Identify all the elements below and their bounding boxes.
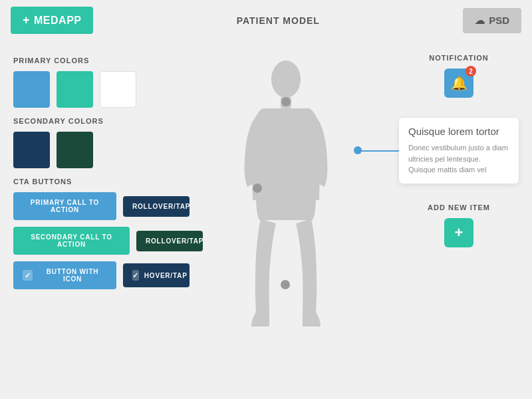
body-dot-neck[interactable] [281,97,291,106]
logo-button[interactable]: + MEDAPP [11,7,93,34]
logo-plus: + [23,13,30,27]
add-item-button[interactable]: + [444,218,473,247]
notification-section: NOTIFICATION 🔔 2 [399,54,519,98]
psd-label: PSD [489,15,509,26]
add-item-section: ADD NEW ITEM + [399,203,519,247]
swatch-white [100,71,136,108]
check-icon-2: ✓ [132,270,139,281]
secondary-colors-label: SECONDARY COLORS [13,117,173,125]
logo-text: MEDAPP [34,15,81,27]
svg-point-0 [271,61,301,98]
right-panel: NOTIFICATION 🔔 2 Quisque lorem tortor Do… [386,41,532,399]
notification-badge: 2 [466,66,476,76]
tooltip-body: Donec vestibulum justo a diam ultricies … [408,142,509,176]
tooltip-section: Quisque lorem tortor Donec vestibulum ju… [399,118,519,184]
psd-button[interactable]: ☁ PSD [463,8,521,33]
patient-figure [233,54,339,360]
tooltip-box: Quisque lorem tortor Donec vestibulum ju… [399,118,519,184]
swatch-dark-blue [13,132,50,168]
tooltip-title: Quisque lorem tortor [408,126,509,137]
button-with-icon-label: BUTTON WITH ICON [38,268,107,283]
button-with-icon[interactable]: ✓ BUTTON WITH ICON [13,261,116,289]
secondary-cta-button[interactable]: SECONDARY CALL TO ACTION [13,227,130,255]
header: + MEDAPP PATIENT MODEL ☁ PSD [0,0,532,41]
swatch-teal [57,71,93,108]
main-layout: PRIMARY COLORS SECONDARY COLORS CTA BUTT… [0,41,532,399]
notification-icon-wrap: 🔔 2 [399,68,519,98]
left-panel: PRIMARY COLORS SECONDARY COLORS CTA BUTT… [0,41,186,399]
cta-row-2: SECONDARY CALL TO ACTION ROLLOVER/TAP [13,227,173,255]
cloud-icon: ☁ [475,15,485,27]
secondary-colors-swatches [13,132,173,168]
page-title: PATIENT MODEL [237,15,320,26]
swatch-blue [13,71,50,108]
notification-button[interactable]: 🔔 2 [444,68,473,98]
check-icon: ✓ [23,270,33,281]
cta-label: CTA BUTTONS [13,178,173,186]
rollover-tap-button-1[interactable]: ROLLOVER/TAP [123,196,190,217]
hover-tap-label: HOVER/TAP [144,272,188,279]
swatch-dark-teal [57,132,93,168]
tooltip-line [359,150,399,152]
add-item-label: ADD NEW ITEM [399,203,519,211]
center-panel [186,41,386,399]
body-dot-waist[interactable] [253,184,262,193]
body-dot-knee[interactable] [281,280,290,289]
cta-section: CTA BUTTONS PRIMARY CALL TO ACTION ROLLO… [13,178,173,289]
primary-cta-button[interactable]: PRIMARY CALL TO ACTION [13,192,116,220]
notification-label: NOTIFICATION [399,54,519,62]
cta-row-3: ✓ BUTTON WITH ICON ✓ HOVER/TAP [13,261,173,289]
bell-icon: 🔔 [451,75,467,91]
hover-tap-button[interactable]: ✓ HOVER/TAP [123,263,190,287]
primary-colors-swatches [13,71,173,108]
primary-colors-label: PRIMARY COLORS [13,57,173,65]
cta-row-1: PRIMARY CALL TO ACTION ROLLOVER/TAP [13,192,173,220]
